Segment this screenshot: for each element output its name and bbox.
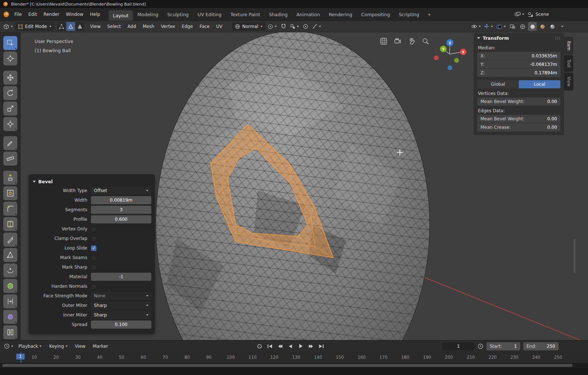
play-button[interactable] — [296, 342, 305, 350]
segments-field[interactable]: 3 — [91, 206, 151, 214]
transform-orientation-dropdown[interactable]: Normal — [232, 22, 265, 31]
mode-dropdown[interactable]: Edit Mode — [15, 22, 54, 31]
snap-settings-dropdown[interactable] — [289, 22, 300, 31]
next-keyframe-button[interactable] — [306, 342, 316, 350]
add-workspace-button[interactable]: + — [424, 8, 435, 21]
tab-scripting[interactable]: Scripting — [394, 8, 424, 21]
tool-edge-slide[interactable] — [3, 294, 17, 308]
edge-crease-field[interactable]: Mean Crease:0.00 — [477, 123, 560, 131]
tab-shading[interactable]: Shading — [264, 8, 292, 21]
tab-modeling[interactable]: Modeling — [133, 8, 163, 21]
face-select-mode-button[interactable] — [75, 22, 84, 31]
tool-loop-cut[interactable] — [3, 217, 17, 231]
shading-solid-button[interactable] — [528, 22, 537, 31]
proportional-falloff-dropdown[interactable] — [311, 22, 322, 31]
loop-slide-checkbox[interactable] — [91, 245, 96, 251]
edge-select-mode-button[interactable] — [66, 22, 75, 31]
tool-measure[interactable] — [3, 152, 17, 166]
menu-file[interactable]: File — [11, 10, 25, 19]
inner-miter-dropdown[interactable]: Sharp — [91, 311, 151, 319]
vertex-only-checkbox[interactable] — [91, 226, 96, 232]
tool-transform[interactable] — [3, 117, 17, 131]
tool-cursor[interactable] — [3, 52, 17, 66]
menu-edit[interactable]: Edit — [25, 10, 40, 19]
viewport-menu-item[interactable]: Add — [124, 22, 139, 31]
viewport-menu-item[interactable]: Mesh — [140, 22, 158, 31]
overlays-toggle[interactable] — [495, 22, 507, 31]
tool-spin[interactable] — [3, 263, 17, 277]
camera-view-icon[interactable] — [394, 38, 401, 45]
visibility-dropdown[interactable] — [470, 22, 482, 31]
median-z-field[interactable]: Z:0.17894m — [477, 69, 560, 77]
snap-toggle[interactable] — [279, 22, 288, 31]
scene-name[interactable]: Scene — [535, 12, 549, 17]
tool-smooth[interactable] — [3, 279, 17, 293]
tool-inset-faces[interactable] — [3, 186, 17, 200]
local-button[interactable]: Local — [519, 80, 560, 88]
gizmo-y-negative[interactable] — [454, 58, 459, 63]
timeline-editor-dropdown[interactable] — [3, 342, 14, 351]
pivot-point-dropdown[interactable] — [267, 22, 278, 31]
end-frame-field[interactable]: End:250 — [523, 342, 559, 350]
tab-compositing[interactable]: Compositing — [357, 8, 394, 21]
tool-extrude-region[interactable] — [3, 171, 17, 185]
play-reverse-button[interactable] — [286, 342, 295, 350]
tool-move[interactable] — [3, 71, 17, 85]
navigation-gizmo[interactable]: Z Y X — [433, 38, 467, 72]
keying-menu[interactable]: Keying — [46, 342, 71, 351]
menu-render[interactable]: Render — [40, 10, 63, 19]
preview-range-clock-icon[interactable] — [478, 343, 483, 349]
viewport-vertical-scrollbar[interactable] — [574, 238, 575, 273]
tool-rip-region[interactable] — [3, 325, 17, 339]
gizmo-z-negative[interactable] — [448, 66, 453, 70]
tool-poly-build[interactable] — [3, 248, 17, 262]
tool-bevel[interactable] — [3, 202, 17, 216]
tab-animation[interactable]: Animation — [292, 8, 324, 21]
record-button[interactable] — [255, 342, 264, 350]
current-frame-badge[interactable]: 1 — [16, 354, 25, 360]
tab-layout[interactable]: Layout — [109, 10, 133, 21]
proportional-editing-toggle[interactable] — [301, 22, 310, 31]
current-frame-field[interactable]: 1 — [442, 342, 475, 350]
jump-to-end-button[interactable] — [317, 342, 326, 350]
menu-help[interactable]: Help — [87, 10, 103, 19]
browse-scene-dropdown[interactable] — [514, 10, 525, 19]
marker-menu[interactable]: Marker — [89, 342, 111, 351]
tab-sculpting[interactable]: Sculpting — [163, 8, 193, 21]
sidebar-tab-tool[interactable]: Tool — [564, 55, 573, 71]
viewport-menu-item[interactable]: Face — [196, 22, 213, 31]
viewport-menu-item[interactable]: View — [87, 22, 104, 31]
tool-rotate[interactable] — [3, 86, 17, 100]
horizontal-scrollbar-thumb[interactable] — [2, 364, 573, 367]
tool-knife[interactable] — [3, 233, 17, 247]
editor-type-dropdown[interactable] — [2, 22, 14, 31]
median-x-field[interactable]: X:0.033635m — [477, 52, 560, 60]
xray-toggle[interactable] — [508, 22, 517, 31]
timeline-ruler[interactable]: 1 10203040506070809010011012013014015016… — [0, 352, 588, 363]
timeline-view-menu[interactable]: View — [72, 342, 89, 351]
pan-hand-icon[interactable] — [408, 38, 415, 45]
sidebar-tab-item[interactable]: Item — [564, 37, 573, 54]
tool-scale[interactable] — [3, 102, 17, 116]
previous-keyframe-button[interactable] — [275, 342, 285, 350]
vertex-bevel-weight-field[interactable]: Mean Bevel Weight:0.00 — [477, 98, 560, 106]
blender-menu-logo[interactable] — [2, 10, 10, 18]
transform-panel-header[interactable]: Transform — [477, 33, 560, 43]
orthographic-grid-icon[interactable] — [380, 38, 387, 45]
viewport-menu-item[interactable]: UV — [213, 22, 226, 31]
spread-field[interactable]: 0.100 — [91, 321, 151, 329]
jump-to-start-button[interactable] — [265, 342, 274, 350]
tool-select-box[interactable] — [3, 36, 17, 50]
width-type-dropdown[interactable]: Offset — [91, 187, 151, 195]
tab-rendering[interactable]: Rendering — [324, 8, 357, 21]
viewport-menu-item[interactable]: Select — [104, 22, 124, 31]
tool-shrink-fatten[interactable] — [3, 310, 17, 324]
profile-field[interactable]: 0.600 — [91, 215, 151, 223]
mark-seams-checkbox[interactable] — [91, 255, 96, 261]
global-button[interactable]: Global — [477, 80, 519, 88]
shading-rendered-button[interactable] — [548, 22, 557, 31]
tab-uv-editing[interactable]: UV Editing — [193, 8, 226, 21]
gizmo-toggle[interactable] — [483, 22, 494, 31]
tab-texture-paint[interactable]: Texture Paint — [226, 8, 265, 21]
shading-material-button[interactable] — [538, 22, 547, 31]
